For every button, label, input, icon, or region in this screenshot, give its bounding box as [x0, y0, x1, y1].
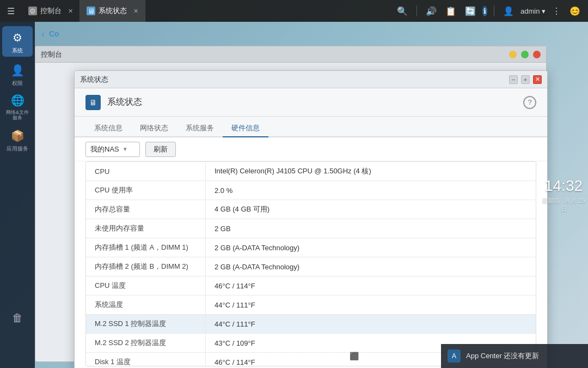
modal-tabs: 系统信息 网络状态 系统服务 硬件信息 — [75, 117, 547, 137]
system-icon: ⚙ — [10, 30, 25, 45]
back-text: Co — [49, 29, 59, 38]
network-label: 网络&文件服务 — [6, 110, 29, 121]
bottom-icon-1[interactable]: © — [260, 347, 278, 365]
row-value: 44°C / 111°F — [206, 297, 536, 313]
modal-header: 🖥 系统状态 ? — [75, 88, 547, 117]
sync-icon[interactable]: 🔄 — [463, 6, 478, 16]
refresh-button[interactable]: 刷新 — [145, 142, 176, 157]
outer-window-titlebar: 控制台 − + ✕ — [35, 46, 546, 63]
table-row: CPUIntel(R) Celeron(R) J4105 CPU @ 1.50G… — [86, 162, 536, 181]
bottom-icon-3[interactable]: ⏺ — [317, 347, 334, 365]
chevron-right-btn[interactable]: › — [529, 184, 540, 206]
tab-console[interactable]: ⚙ 控制台 ✕ — [22, 0, 80, 22]
tab-sysinfo[interactable]: 系统信息 — [85, 120, 131, 137]
row-label: 内存插槽 2 (频道 B，DIMM 2) — [86, 257, 206, 276]
nas-select[interactable]: 我的NAS ▼ — [85, 142, 140, 157]
date-display: 星期四，8 月 29 日 — [539, 197, 588, 213]
row-value: 2 GB (A-DATA Technology) — [206, 258, 536, 275]
permissions-icon: 👤 — [10, 63, 25, 78]
volume-icon[interactable]: 🔊 — [424, 6, 439, 16]
table-row: 内存插槽 1 (频道 A，DIMM 1)2 GB (A-DATA Technol… — [86, 238, 536, 257]
user-icon[interactable]: 👤 — [501, 6, 516, 16]
row-value: 46°C / 114°F — [206, 277, 536, 294]
tab-sysservice[interactable]: 系统服务 — [177, 120, 223, 137]
dot-2[interactable] — [309, 335, 314, 340]
modal-header-title: 系统状态 — [107, 96, 142, 108]
dot-1[interactable] — [302, 335, 306, 340]
sidebar-item-system[interactable]: ⚙ 系统 — [2, 26, 33, 57]
row-label: 系统温度 — [86, 295, 206, 314]
outer-window-title: 控制台 — [41, 50, 62, 59]
tab-status[interactable]: 🖥 系统状态 ✕ — [80, 0, 145, 22]
more-icon[interactable]: ⋮ — [550, 6, 563, 16]
row-label: Disk 1 温度 — [86, 353, 206, 366]
dot-indicators — [302, 335, 321, 340]
divider1 — [416, 5, 417, 16]
modal-maximize-btn[interactable]: + — [521, 75, 530, 84]
info-icon[interactable]: ℹ — [482, 6, 487, 16]
status-tab-label: 系统状态 — [99, 6, 127, 16]
tab-hardware[interactable]: 硬件信息 — [223, 120, 268, 137]
row-value: 2 GB — [206, 220, 536, 237]
row-label: CPU — [86, 163, 206, 180]
table-row: 系统温度44°C / 111°F — [86, 295, 536, 315]
dot-3[interactable] — [317, 335, 321, 340]
taskbar-tabs: ⚙ 控制台 ✕ 🖥 系统状态 ✕ — [22, 0, 395, 22]
console-tab-close[interactable]: ✕ — [68, 8, 73, 15]
status-tab-close[interactable]: ✕ — [133, 8, 138, 15]
network-icon: 🌐 — [10, 93, 25, 108]
sidebar-item-trash[interactable]: 🗑 — [2, 303, 33, 333]
smiley-icon[interactable]: 😊 — [567, 6, 583, 16]
taskbar: ☰ ⚙ 控制台 ✕ 🖥 系统状态 ✕ 🔍 🔊 📋 🔄 ℹ 👤 admin ▾ ⋮ — [0, 0, 588, 22]
taskbar-right: 🔍 🔊 📋 🔄 ℹ 👤 admin ▾ ⋮ 😊 — [395, 5, 588, 16]
app-icon: 📦 — [10, 128, 25, 143]
admin-button[interactable]: admin ▾ — [520, 7, 546, 15]
app-center-text: App Center 还没有更新 — [466, 351, 539, 361]
sidebar-item-app[interactable]: 📦 应用服务 — [2, 124, 33, 155]
table-row: 未使用内存容量2 GB — [86, 219, 536, 238]
bottom-icons: © ⟳ ⏺ ⬛ — [260, 347, 363, 365]
trash-icon: 🗑 — [10, 310, 25, 325]
outer-maximize-btn[interactable]: + — [521, 51, 529, 58]
row-value: 2 GB (A-DATA Technology) — [206, 239, 536, 256]
table-row: CPU 温度46°C / 114°F — [86, 276, 536, 295]
nas-select-value: 我的NAS — [90, 144, 119, 154]
row-label: 内存总容量 — [86, 200, 206, 219]
modal-header-icon: 🖥 — [85, 95, 101, 110]
row-label: M.2 SSD 2 控制器温度 — [86, 334, 206, 352]
app-center-icon: A — [448, 349, 461, 363]
sidebar: ⚙ 系统 👤 权限 🌐 网络&文件服务 📦 应用服务 🗑 — [0, 22, 35, 368]
row-label: M.2 SSD 1 控制器温度 — [86, 315, 206, 333]
modal-window: 系统状态 − + ✕ 🖥 系统状态 ? 系统信息 网络状态 — [74, 70, 548, 368]
select-arrow-icon: ▼ — [122, 146, 128, 152]
bottom-icon-2[interactable]: ⟳ — [289, 347, 306, 365]
sidebar-item-network[interactable]: 🌐 网络&文件服务 — [2, 92, 33, 122]
row-label: CPU 温度 — [86, 276, 206, 295]
back-bar: ‹ Co — [35, 22, 144, 46]
help-button[interactable]: ? — [523, 96, 536, 109]
app-center-strip[interactable]: A App Center 还没有更新 — [441, 344, 588, 368]
app-label: 应用服务 — [7, 146, 28, 152]
modal-overlay: 系统状态 − + ✕ 🖥 系统状态 ? 系统信息 网络状态 — [35, 46, 547, 362]
table-row: CPU 使用率2.0 % — [86, 181, 536, 200]
menu-button[interactable]: ☰ — [0, 0, 22, 22]
modal-ctrl-btns: − + ✕ — [509, 75, 542, 84]
bottom-icon-4[interactable]: ⬛ — [345, 347, 363, 365]
modal-title: 系统状态 — [80, 75, 505, 85]
row-value: 4 GB (4 GB 可用) — [206, 200, 536, 219]
desktop: ☰ ⚙ 控制台 ✕ 🖥 系统状态 ✕ 🔍 🔊 📋 🔄 ℹ 👤 admin ▾ ⋮ — [0, 0, 588, 368]
console-tab-icon: ⚙ — [28, 7, 37, 15]
clipboard-icon[interactable]: 📋 — [443, 6, 458, 16]
modal-minimize-btn[interactable]: − — [509, 75, 518, 84]
table-row: M.2 SSD 1 控制器温度44°C / 111°F — [86, 315, 536, 334]
permissions-label: 权限 — [12, 80, 23, 86]
outer-minimize-btn[interactable]: − — [509, 51, 517, 58]
search-icon[interactable]: 🔍 — [395, 6, 410, 16]
row-value: 44°C / 111°F — [206, 316, 536, 333]
table-row: 内存插槽 2 (频道 B，DIMM 2)2 GB (A-DATA Technol… — [86, 257, 536, 276]
table-row: 内存总容量4 GB (4 GB 可用) — [86, 200, 536, 219]
sidebar-item-permissions[interactable]: 👤 权限 — [2, 59, 33, 89]
tab-netstate[interactable]: 网络状态 — [131, 120, 177, 137]
back-arrow-icon[interactable]: ‹ — [41, 28, 45, 40]
main-area: ‹ Co 控制台 − + ✕ 系统状态 − + ✕ — [35, 22, 588, 368]
